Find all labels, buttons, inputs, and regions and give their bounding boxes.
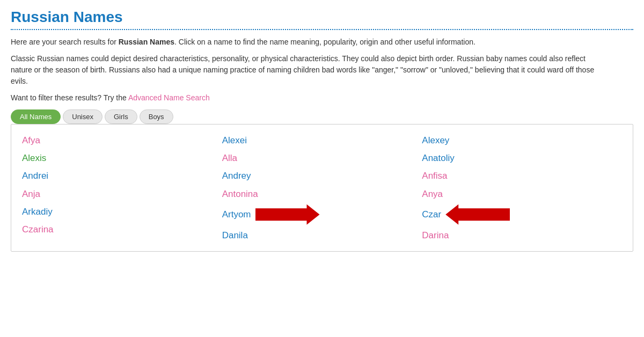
name-andrei[interactable]: Andrei <box>22 169 211 183</box>
names-container: Afya Alexis Andrei Anja Arkadiy Czarina … <box>11 124 633 252</box>
artyom-row: Artyom <box>222 204 412 225</box>
tabs-row: All Names Unisex Girls Boys <box>11 109 633 124</box>
name-czar[interactable]: Czar <box>422 207 441 222</box>
name-afya[interactable]: Afya <box>22 133 211 148</box>
name-alexis[interactable]: Alexis <box>22 151 211 165</box>
arrow-left <box>445 204 510 225</box>
advanced-search-link[interactable]: Advanced Name Search <box>128 93 210 102</box>
czar-row: Czar <box>422 204 611 225</box>
name-anfisa[interactable]: Anfisa <box>422 169 611 183</box>
name-anya[interactable]: Anya <box>422 187 611 201</box>
filter-paragraph: Want to filter these results? Try the Ad… <box>11 93 633 102</box>
name-alexey[interactable]: Alexey <box>422 133 611 148</box>
name-czarina[interactable]: Czarina <box>22 222 211 237</box>
names-column-2: Alexei Alla Andrey Antonina Artyom Danil… <box>222 133 422 243</box>
name-anja[interactable]: Anja <box>22 187 211 201</box>
name-darina[interactable]: Darina <box>422 228 611 243</box>
names-column-1: Afya Alexis Andrei Anja Arkadiy Czarina <box>22 133 222 243</box>
intro-paragraph: Here are your search results for Russian… <box>11 36 601 48</box>
name-antonina[interactable]: Antonina <box>222 187 412 201</box>
name-danila[interactable]: Danila <box>222 228 412 243</box>
name-alexei[interactable]: Alexei <box>222 133 412 148</box>
filter-text-before: Want to filter these results? Try the <box>11 93 128 102</box>
name-arkadiy[interactable]: Arkadiy <box>22 204 211 219</box>
names-column-3: Alexey Anatoliy Anfisa Anya Czar Darina <box>422 133 622 243</box>
tab-unisex[interactable]: Unisex <box>63 109 103 124</box>
intro-text-before: Here are your search results for <box>11 38 119 46</box>
description-paragraph: Classic Russian names could depict desir… <box>11 53 601 87</box>
intro-bold: Russian Names <box>119 38 174 46</box>
dotted-divider <box>11 29 633 30</box>
intro-text-after: . Click on a name to find the name meani… <box>174 38 475 46</box>
name-anatoliy[interactable]: Anatoliy <box>422 151 611 165</box>
names-grid-wrapper: Afya Alexis Andrei Anja Arkadiy Czarina … <box>22 133 622 243</box>
page-wrapper: Russian Names Here are your search resul… <box>0 0 644 260</box>
name-alla[interactable]: Alla <box>222 151 412 165</box>
name-andrey[interactable]: Andrey <box>222 169 412 183</box>
page-title: Russian Names <box>11 9 633 26</box>
tab-all-names[interactable]: All Names <box>11 109 61 124</box>
arrow-right <box>255 204 320 225</box>
tab-girls[interactable]: Girls <box>105 109 137 124</box>
name-artyom[interactable]: Artyom <box>222 207 251 222</box>
tab-boys[interactable]: Boys <box>140 109 173 124</box>
names-grid: Afya Alexis Andrei Anja Arkadiy Czarina … <box>22 133 622 243</box>
